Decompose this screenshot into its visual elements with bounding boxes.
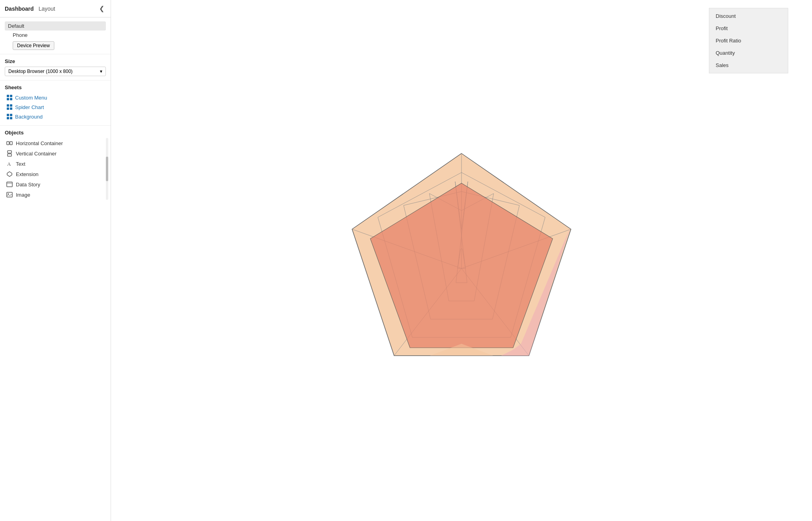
svg-rect-14: [8, 151, 11, 153]
object-vertical-container[interactable]: Vertical Container: [5, 148, 106, 159]
svg-rect-15: [8, 154, 11, 156]
sheet-custom-menu[interactable]: Custom Menu: [5, 93, 106, 102]
object-extension[interactable]: Extension: [5, 169, 106, 179]
svg-rect-6: [7, 107, 9, 110]
svg-rect-8: [7, 114, 9, 116]
object-data-story[interactable]: Data Story: [5, 179, 106, 190]
layout-section: Default Phone Device Preview: [0, 17, 111, 54]
svg-rect-12: [7, 142, 9, 145]
layout-phone[interactable]: Phone: [5, 31, 106, 40]
sheet-icon: [6, 113, 13, 120]
spider-chart: [323, 122, 600, 399]
image-icon: [6, 192, 13, 198]
object-image[interactable]: Image: [5, 190, 106, 200]
svg-marker-17: [7, 172, 12, 176]
objects-label: Objects: [5, 130, 106, 136]
svg-rect-11: [10, 117, 12, 119]
scrollbar-track[interactable]: [106, 138, 108, 200]
svg-rect-7: [10, 107, 12, 110]
sheets-section: Sheets Custom Menu: [0, 80, 111, 126]
svg-rect-18: [7, 182, 12, 187]
legend-item-quantity[interactable]: Quantity: [709, 47, 788, 59]
sheet-icon: [6, 94, 13, 101]
dashboard-tab[interactable]: Dashboard: [5, 6, 34, 12]
svg-rect-3: [10, 98, 12, 100]
sidebar-tabs: Dashboard Layout: [5, 6, 55, 12]
legend-panel: Discount Profit Profit Ratio Quantity Sa…: [709, 8, 788, 73]
svg-rect-2: [7, 98, 9, 100]
collapse-button[interactable]: ❮: [98, 4, 106, 13]
main-content: Discount Profit Profit Ratio Quantity Sa…: [111, 0, 812, 521]
chart-area: Discount Profit Profit Ratio Quantity Sa…: [111, 0, 812, 521]
svg-rect-0: [7, 95, 9, 97]
sheet-icon: [6, 104, 13, 110]
object-horizontal-container[interactable]: Horizontal Container: [5, 138, 106, 148]
svg-rect-9: [10, 114, 12, 116]
text-icon: A: [6, 161, 13, 167]
objects-section: Objects Horizontal Container: [0, 126, 111, 521]
legend-item-profit[interactable]: Profit: [709, 22, 788, 34]
svg-rect-13: [10, 142, 12, 145]
sidebar: Dashboard Layout ❮ Default Phone Device …: [0, 0, 111, 521]
svg-rect-4: [7, 104, 9, 107]
sidebar-header: Dashboard Layout ❮: [0, 0, 111, 17]
size-dropdown[interactable]: Desktop Browser (1000 x 800) ▾: [5, 67, 106, 76]
sheets-label: Sheets: [5, 84, 106, 90]
size-dropdown-icon: ▾: [100, 69, 102, 74]
layout-tab[interactable]: Layout: [38, 6, 55, 12]
sheet-background[interactable]: Background: [5, 112, 106, 121]
svg-text:A: A: [7, 161, 11, 167]
svg-rect-1: [10, 95, 12, 97]
size-section: Size Desktop Browser (1000 x 800) ▾: [0, 54, 111, 80]
vcontainer-icon: [6, 150, 13, 157]
size-label: Size: [5, 58, 106, 64]
scrollbar-thumb[interactable]: [106, 157, 108, 181]
extension-icon: [6, 171, 13, 177]
legend-item-discount[interactable]: Discount: [709, 10, 788, 22]
svg-rect-5: [10, 104, 12, 107]
svg-rect-10: [7, 117, 9, 119]
object-text[interactable]: A Text: [5, 159, 106, 169]
device-preview-button[interactable]: Device Preview: [13, 41, 54, 50]
legend-item-profit-ratio[interactable]: Profit Ratio: [709, 34, 788, 47]
svg-point-21: [8, 193, 9, 195]
layout-default[interactable]: Default: [5, 21, 106, 31]
datastory-icon: [6, 181, 13, 188]
sheet-spider-chart[interactable]: Spider Chart: [5, 102, 106, 112]
legend-item-sales[interactable]: Sales: [709, 59, 788, 71]
hcontainer-icon: [6, 140, 13, 146]
